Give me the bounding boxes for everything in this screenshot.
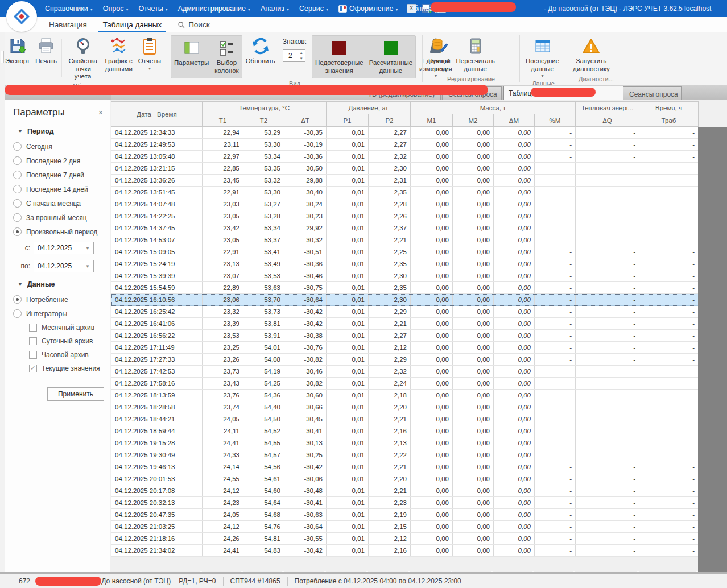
cell-value[interactable]: -29,92 [284,222,327,234]
cell-value[interactable]: 0,01 [327,270,369,282]
cell-value[interactable]: 2,27 [369,127,411,139]
cell-value[interactable]: 24,41 [203,437,243,449]
cell-value[interactable]: - [535,425,576,437]
cell-value[interactable]: 53,41 [243,246,284,258]
cell-value[interactable]: - [535,294,576,306]
cell-value[interactable]: 0,00 [453,175,494,187]
column-header[interactable]: %М [535,114,576,127]
cell-value[interactable]: 2,24 [369,378,411,390]
cell-value[interactable]: 22,97 [203,151,243,163]
cell-value[interactable]: - [639,401,699,413]
cell-value[interactable]: - [535,163,576,175]
cell-value[interactable]: - [535,222,576,234]
cell-value[interactable]: 0,01 [327,175,369,187]
cell-value[interactable]: 0,00 [494,198,535,210]
cell-value[interactable]: -30,19 [284,139,327,151]
cell-value[interactable]: 22,91 [203,246,243,258]
cell-value[interactable]: 0,00 [453,210,494,222]
cell-datetime[interactable]: 04.12.2025 13:51:45 [111,187,203,198]
menu-item-7[interactable]: Оформление▾ [333,0,403,17]
cell-value[interactable]: 0,00 [411,198,453,210]
cell-value[interactable]: 2,26 [369,210,411,222]
cell-value[interactable]: 0,01 [327,151,369,163]
cell-datetime[interactable]: 04.12.2025 15:24:19 [111,258,203,270]
cell-value[interactable]: 23,26 [203,354,243,366]
cell-value[interactable]: - [535,151,576,163]
cell-value[interactable]: 54,68 [243,509,284,521]
data-option-1[interactable]: Потребление [13,295,105,304]
cell-value[interactable]: -30,42 [284,545,327,557]
cell-value[interactable]: -30,13 [284,437,327,449]
archive-option-4[interactable]: Текущие значения [29,365,105,372]
cell-value[interactable]: 23,74 [203,401,243,413]
cell-value[interactable]: 53,91 [243,330,284,342]
cell-value[interactable]: 2,20 [369,401,411,413]
cell-value[interactable]: 0,00 [453,401,494,413]
cell-value[interactable]: 0,00 [494,342,535,354]
cell-value[interactable]: 0,00 [494,163,535,175]
close-icon[interactable]: × [96,108,105,117]
menu-item-4[interactable]: Администрирование▾ [173,0,255,17]
cell-value[interactable]: -30,42 [284,318,327,330]
cell-value[interactable]: 0,00 [494,210,535,222]
cell-value[interactable]: 0,00 [453,437,494,449]
cell-value[interactable]: -30,63 [284,509,327,521]
cell-datetime[interactable]: 04.12.2025 13:21:15 [111,163,203,175]
cell-datetime[interactable]: 04.12.2025 18:28:58 [111,401,203,413]
cell-value[interactable]: -30,36 [284,258,327,270]
cell-value[interactable]: - [535,401,576,413]
cell-value[interactable]: 0,00 [411,139,453,151]
cell-value[interactable]: 2,25 [369,246,411,258]
cell-value[interactable]: 0,00 [453,425,494,437]
cell-value[interactable]: 0,00 [411,306,453,318]
cell-value[interactable]: - [576,330,639,342]
cell-value[interactable]: - [535,509,576,521]
cell-value[interactable]: - [639,437,699,449]
column-header[interactable]: ΔМ [494,114,535,127]
cell-value[interactable]: -30,64 [284,521,327,533]
column-group-header[interactable]: Масса, т [411,102,576,114]
cell-value[interactable]: 0,00 [494,187,535,198]
cell-value[interactable]: - [535,545,576,557]
cell-value[interactable]: - [535,127,576,139]
cell-value[interactable]: 2,27 [369,139,411,151]
cell-value[interactable]: - [535,342,576,354]
spinner-down-icon[interactable]: ▼ [298,56,305,61]
cell-value[interactable]: 0,00 [411,330,453,342]
cell-value[interactable]: 0,01 [327,187,369,198]
cell-value[interactable]: 0,00 [453,163,494,175]
cell-value[interactable]: 0,00 [411,282,453,294]
chevron-down-icon[interactable]: ▼ [85,246,93,251]
cell-value[interactable]: 2,37 [369,222,411,234]
collapsed-panel-strip[interactable] [0,32,5,572]
cell-value[interactable]: 0,00 [453,354,494,366]
cell-value[interactable]: - [535,258,576,270]
cell-value[interactable]: -30,82 [284,378,327,390]
cell-value[interactable]: 0,00 [494,222,535,234]
cell-value[interactable]: 53,70 [243,294,284,306]
cell-value[interactable]: - [639,210,699,222]
cell-value[interactable]: 0,00 [453,282,494,294]
cell-value[interactable]: 0,00 [494,127,535,139]
cell-value[interactable]: - [639,473,699,485]
cell-datetime[interactable]: 04.12.2025 17:42:53 [111,366,203,378]
cell-value[interactable]: 0,00 [411,258,453,270]
cell-value[interactable]: 0,00 [453,342,494,354]
cell-value[interactable]: - [639,545,699,557]
cell-value[interactable]: 0,00 [453,497,494,509]
cell-value[interactable]: 2,31 [369,175,411,187]
cell-value[interactable]: 54,25 [243,378,284,390]
cell-value[interactable]: -30,46 [284,270,327,282]
cell-value[interactable]: - [535,234,576,246]
cell-value[interactable]: -30,40 [284,187,327,198]
cell-value[interactable]: 0,01 [327,222,369,234]
cell-value[interactable]: - [576,342,639,354]
archive-option-2[interactable]: Суточный архив [29,337,105,345]
cell-value[interactable]: 23,05 [203,234,243,246]
cell-value[interactable]: 0,00 [411,449,453,461]
cell-value[interactable]: - [535,390,576,401]
cell-datetime[interactable]: 04.12.2025 13:36:26 [111,175,203,187]
column-header[interactable]: ΔQ [576,114,639,127]
cell-value[interactable]: -30,64 [284,294,327,306]
cell-value[interactable]: 0,00 [411,378,453,390]
